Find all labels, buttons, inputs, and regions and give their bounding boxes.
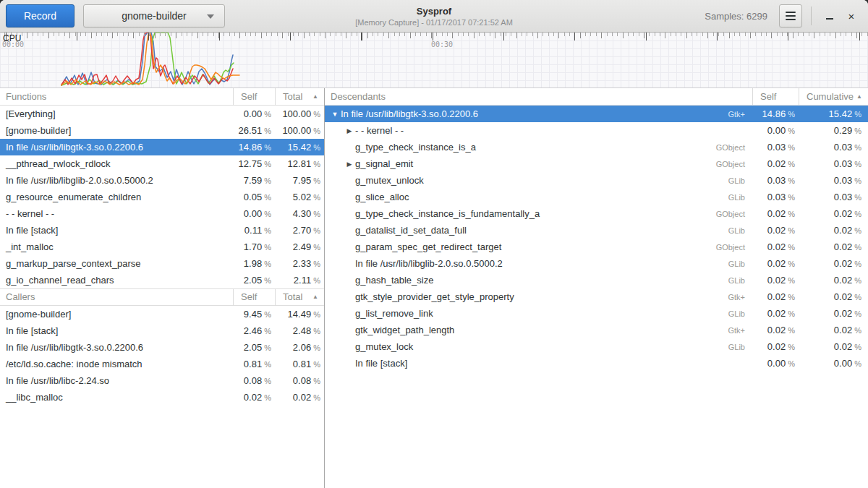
self-value: 0.02 % [752, 208, 799, 219]
percent-sign: % [852, 176, 861, 185]
self-value: 0.00 % [752, 125, 799, 136]
record-button[interactable]: Record [6, 4, 75, 27]
table-row[interactable]: [gnome-builder]9.45 %14.49 % [0, 306, 324, 322]
table-row[interactable]: gtk_style_provider_get_style_propertyGtk… [325, 288, 868, 305]
minimize-button[interactable] [819, 5, 841, 27]
column-header-total-label: Total [283, 291, 302, 302]
total-value: 100.00 % [275, 108, 324, 119]
expanded-expander-icon[interactable]: ▼ [329, 111, 341, 118]
table-row[interactable]: In file [stack]0.11 %2.70 % [0, 222, 324, 239]
column-header-self[interactable]: Self [233, 88, 275, 106]
minimize-icon [826, 18, 833, 20]
sort-ascending-icon: ▲ [312, 88, 318, 105]
column-header-functions[interactable]: Functions [0, 88, 233, 106]
category-badge: Gtk+ [728, 110, 752, 119]
column-header-self[interactable]: Self [752, 88, 799, 106]
self-value: 26.51 % [233, 125, 275, 136]
table-row[interactable]: In file /usr/lib/libglib-2.0.so.0.5000.2… [325, 255, 868, 272]
column-header-cumulative[interactable]: Cumulative ▲ [799, 88, 868, 106]
self-value: 7.59 % [233, 175, 275, 186]
collapsed-expander-icon[interactable]: ▶ [344, 127, 355, 134]
table-row[interactable]: g_io_channel_read_chars2.05 %2.11 % [0, 272, 324, 288]
table-row[interactable]: In file /usr/lib/libglib-2.0.so.0.5000.2… [0, 172, 324, 189]
row-name-cell: g_param_spec_get_redirect_targetGObject [325, 241, 752, 252]
row-label: g_list_remove_link [355, 308, 433, 319]
table-row[interactable]: In file /usr/lib/libgtk-3.so.0.2200.62.0… [0, 339, 324, 356]
menu-button[interactable] [779, 4, 802, 27]
hamburger-icon [786, 12, 796, 20]
table-row[interactable]: [Everything]0.00 %100.00 % [0, 106, 324, 122]
table-row[interactable]: g_mutex_unlockGLib0.03 %0.03 % [325, 172, 868, 189]
self-value: 1.70 % [233, 241, 275, 252]
table-row[interactable]: ▼In file /usr/lib/libgtk-3.so.0.2200.6Gt… [325, 106, 868, 122]
row-name-cell: g_io_channel_read_chars [0, 275, 233, 286]
table-row[interactable]: In file [stack]0.00 %0.00 % [325, 355, 868, 372]
self-value: 0.02 % [752, 241, 799, 252]
percent-sign: % [786, 343, 795, 351]
percent-sign: % [262, 160, 271, 168]
table-row[interactable]: g_markup_parse_context_parse1.98 %2.33 % [0, 255, 324, 272]
column-header-total[interactable]: Total ▲ [275, 88, 324, 106]
table-row[interactable]: g_mutex_lockGLib0.02 %0.02 % [325, 338, 868, 355]
table-row[interactable]: [gnome-builder]26.51 %100.00 % [0, 122, 324, 139]
percent-sign: % [852, 260, 861, 268]
column-header-total[interactable]: Total ▲ [275, 288, 324, 306]
table-row[interactable]: g_list_remove_linkGLib0.02 %0.02 % [325, 305, 868, 322]
row-name-cell: g_type_check_instance_is_aGObject [325, 142, 752, 153]
table-row[interactable]: __pthread_rwlock_rdlock12.75 %12.81 % [0, 155, 324, 172]
window-title: Sysprof [417, 6, 451, 17]
row-label: In file [stack] [6, 225, 58, 236]
self-value-number: 14.86 [762, 108, 786, 119]
column-header-self[interactable]: Self [233, 288, 275, 306]
self-value-number: 0.03 [767, 142, 786, 153]
total-value: 2.33 % [275, 258, 324, 269]
table-row[interactable]: - - kernel - -0.00 %4.30 % [0, 205, 324, 222]
percent-sign: % [262, 127, 271, 135]
table-row[interactable]: g_type_check_instance_is_aGObject0.03 %0… [325, 139, 868, 155]
table-row[interactable]: __libc_malloc0.02 %0.02 % [0, 389, 324, 406]
close-button[interactable]: × [841, 5, 862, 27]
table-row[interactable]: g_slice_allocGLib0.03 %0.03 % [325, 189, 868, 205]
total-value-number: 2.11 [294, 275, 311, 286]
time-label-start: 00:00 [2, 40, 24, 48]
table-row[interactable]: g_hash_table_sizeGLib0.02 %0.02 % [325, 272, 868, 288]
total-value: 2.70 % [275, 225, 324, 236]
row-label: g_slice_alloc [355, 192, 409, 202]
total-value: 4.30 % [275, 208, 324, 219]
column-header-callers[interactable]: Callers [0, 288, 233, 306]
percent-sign: % [311, 160, 320, 168]
table-row[interactable]: In file /usr/lib/libc-2.24.so0.08 %0.08 … [0, 372, 324, 389]
table-row[interactable]: _int_malloc1.70 %2.49 % [0, 239, 324, 255]
row-name-cell: ▼In file /usr/lib/libgtk-3.so.0.2200.6Gt… [325, 108, 752, 119]
self-value: 0.03 % [752, 192, 799, 202]
row-name-cell: g_markup_parse_context_parse [0, 258, 233, 269]
row-label: gtk_style_provider_get_style_property [355, 291, 514, 302]
row-name-cell: In file /usr/lib/libgtk-3.so.0.2200.6 [0, 342, 233, 353]
total-value-number: 0.81 [293, 359, 311, 369]
row-label: g_type_check_instance_is_a [355, 142, 476, 153]
table-row[interactable]: /etc/ld.so.cache: inode mismatch0.81 %0.… [0, 356, 324, 372]
table-row[interactable]: ▶- - kernel - -0.00 %0.29 % [325, 122, 868, 139]
table-row[interactable]: g_param_spec_get_redirect_targetGObject0… [325, 239, 868, 255]
samples-count: Samples: 6299 [705, 11, 779, 22]
self-value-number: 0.02 [767, 158, 786, 169]
headerbar: Record gnome-builder Sysprof [Memory Cap… [0, 0, 868, 33]
percent-sign: % [852, 243, 861, 252]
process-selector[interactable]: gnome-builder [83, 4, 225, 27]
row-name-cell: /etc/ld.so.cache: inode mismatch [0, 359, 233, 369]
category-badge: GLib [728, 176, 752, 185]
collapsed-expander-icon[interactable]: ▶ [344, 160, 355, 168]
cumulative-value-number: 0.02 [834, 308, 852, 319]
functions-table-body: [Everything]0.00 %100.00 %[gnome-builder… [0, 106, 324, 288]
table-row[interactable]: In file [stack]2.46 %2.48 % [0, 322, 324, 339]
table-row[interactable]: g_resource_enumerate_children0.05 %5.02 … [0, 189, 324, 205]
table-row[interactable]: gtk_widget_path_lengthGtk+0.02 %0.02 % [325, 322, 868, 338]
row-label: __libc_malloc [6, 392, 63, 403]
table-row[interactable]: ▶g_signal_emitGObject0.02 %0.03 % [325, 155, 868, 172]
table-row[interactable]: In file /usr/lib/libgtk-3.so.0.2200.614.… [0, 139, 324, 155]
cpu-timeline[interactable]: CPU 00:00 00:30 [0, 33, 868, 88]
table-row[interactable]: g_type_check_instance_is_fundamentally_a… [325, 205, 868, 222]
table-row[interactable]: g_datalist_id_set_data_fullGLib0.02 %0.0… [325, 222, 868, 239]
column-header-descendants[interactable]: Descendants [325, 88, 752, 106]
percent-sign: % [262, 243, 271, 252]
